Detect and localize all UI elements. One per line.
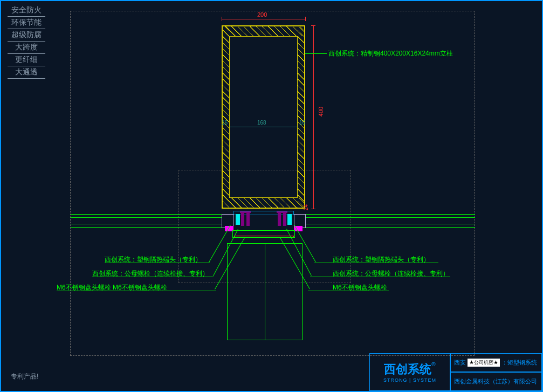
dim-inner: 168 xyxy=(257,120,266,126)
bolt-l2 xyxy=(246,213,250,226)
leader-column xyxy=(305,53,327,54)
feature-tag-list: 安全防火 环保节能 超级防腐 大跨度 更纤细 大通透 xyxy=(8,4,45,79)
label-right-3: M6不锈钢盘头螺栓 xyxy=(333,283,387,292)
registered-icon: ® xyxy=(431,361,435,367)
glazing-left-4 xyxy=(71,227,222,228)
tag-eco: 环保节能 xyxy=(8,17,45,29)
inner-dim-line xyxy=(229,127,298,127)
logo-text: 西创系统 xyxy=(384,361,431,377)
dim-width: 200 xyxy=(257,11,267,18)
bolt-r1 xyxy=(283,213,286,226)
hatch-bottom xyxy=(223,198,304,208)
title-block: 西创系统 ® STRONG | SYSTEM 西安 ★公司机密★ ：矩型钢系统 … xyxy=(369,353,542,391)
project-name: 西安 ★公司机密★ ：矩型钢系统 xyxy=(450,353,542,372)
company-name: 西创金属科技（江苏）有限公司 xyxy=(450,372,542,391)
dim-wall-right: 16 xyxy=(299,120,305,126)
glazing-left-3 xyxy=(71,224,222,224)
thermal-break-l xyxy=(236,214,240,225)
column-inner xyxy=(229,36,298,198)
patent-note: 专利产品! xyxy=(11,372,38,381)
project-prefix: 西安 xyxy=(454,359,466,367)
glazing-right-2 xyxy=(306,217,475,218)
label-right-1: 西创系统：塑钢隔热端头（专利） xyxy=(333,255,430,264)
hatch-left xyxy=(223,26,229,208)
dim-wall-left: 16 xyxy=(222,120,228,126)
steel-column: 16 168 16 xyxy=(222,25,305,209)
glazing-left-2 xyxy=(71,217,222,218)
dim-bottom-wall: 24 xyxy=(303,204,309,210)
logo-subtitle: STRONG | SYSTEM xyxy=(383,377,436,383)
glazing-right-3 xyxy=(306,224,475,224)
dim-tick-h xyxy=(311,209,315,209)
dim-tick-h xyxy=(311,25,315,26)
tag-transparent: 大通透 xyxy=(8,66,45,79)
label-left-2: 西创系统：公母螺栓（连续栓接、专利） xyxy=(92,269,209,278)
cap xyxy=(232,230,295,238)
dim-line-width xyxy=(222,19,305,19)
project-suffix: ：矩型钢系统 xyxy=(501,359,537,367)
tag-slim: 更纤细 xyxy=(8,54,45,66)
logo-cell: 西创系统 ® STRONG | SYSTEM xyxy=(369,353,450,391)
tag-anticorrosion: 超级防腐 xyxy=(8,29,45,42)
hatch-top xyxy=(223,26,304,36)
dim-height: 400 xyxy=(318,107,324,116)
glazing-left-1 xyxy=(71,214,222,215)
hatch-right xyxy=(298,26,304,208)
dim-line-height xyxy=(313,25,314,209)
tag-fire: 安全防火 xyxy=(8,4,45,17)
label-left-1: 西创系统：塑钢隔热端头（专利） xyxy=(105,255,202,264)
dim-tick xyxy=(222,17,222,21)
drawing-area: 16 168 16 200 400 24 西创系统：精制钢400X200X16X… xyxy=(70,11,475,356)
label-left-3: M6不锈钢盘头螺栓 M6不锈钢盘头螺栓 xyxy=(57,283,167,292)
tag-span: 大跨度 xyxy=(8,42,45,54)
cad-viewport: 安全防火 环保节能 超级防腐 大跨度 更纤细 大通透 16 168 16 200 xyxy=(0,0,543,392)
bolt-l1 xyxy=(241,213,244,226)
glazing-right-4 xyxy=(306,227,475,228)
bolt-r2 xyxy=(278,213,281,226)
label-right-2: 西创系统：公母螺栓（连续栓接、专利） xyxy=(333,269,449,278)
dim-tick xyxy=(305,17,306,21)
thermal-break-r xyxy=(287,214,292,225)
cover-divider xyxy=(265,244,265,340)
confidential-stamp: ★公司机密★ xyxy=(468,359,500,367)
glazing-right-1 xyxy=(306,214,475,215)
label-column: 西创系统：精制钢400X200X16X24mm立柱 xyxy=(328,49,453,58)
